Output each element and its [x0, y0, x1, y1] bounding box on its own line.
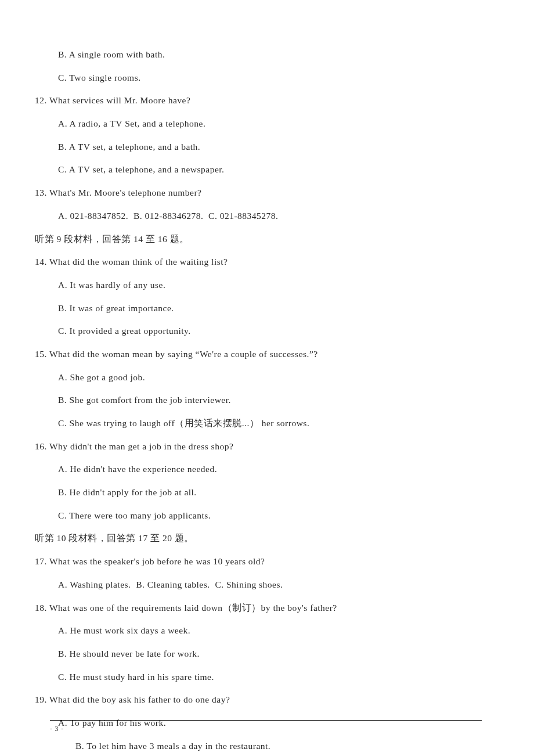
text-line: B. It was of great importance. — [35, 304, 482, 313]
text-line: B. A TV set, a telephone, and a bath. — [35, 142, 482, 152]
page: B. A single room with bath.C. Two single… — [0, 0, 534, 756]
text-line: C. It provided a great opportunity. — [35, 326, 482, 336]
text-line: A. Washing plates. B. Cleaning tables. C… — [35, 580, 482, 589]
text-line: A. She got a good job. — [35, 373, 482, 382]
page-number: - 3 - — [50, 725, 64, 732]
footer-rule — [50, 720, 482, 721]
content-block: B. A single room with bath.C. Two single… — [35, 50, 482, 756]
text-line: 16. Why didn't the man get a job in the … — [35, 442, 482, 451]
text-line: A. A radio, a TV Set, and a telephone. — [35, 119, 482, 128]
text-line: C. She was trying to laugh off（用笑话来摆脱...… — [35, 419, 482, 428]
text-line: 19. What did the boy ask his father to d… — [35, 695, 482, 704]
text-line: C. Two single rooms. — [35, 73, 482, 82]
text-line: 14. What did the woman think of the wait… — [35, 257, 482, 267]
text-line: C. There were too many job applicants. — [35, 511, 482, 520]
text-line: 听第 9 段材料，回答第 14 至 16 题。 — [35, 235, 482, 244]
text-line: A. It was hardly of any use. — [35, 280, 482, 290]
text-line: B. He should never be late for work. — [35, 649, 482, 658]
text-line: C. A TV set, a telephone, and a newspape… — [35, 165, 482, 174]
text-line: A. 021-88347852. B. 012-88346278. C. 021… — [35, 211, 482, 221]
text-line: B. A single room with bath. — [35, 50, 482, 59]
text-line: 15. What did the woman mean by saying “W… — [35, 350, 482, 359]
text-line: B. She got comfort from the job intervie… — [35, 395, 482, 405]
text-line: 18. What was one of the requirements lai… — [35, 603, 482, 613]
text-line: 听第 10 段材料，回答第 17 至 20 题。 — [35, 534, 482, 543]
text-line: B. He didn't apply for the job at all. — [35, 488, 482, 497]
text-line: 12. What services will Mr. Moore have? — [35, 96, 482, 105]
text-line: 13. What's Mr. Moore's telephone number? — [35, 188, 482, 197]
text-line: A. He didn't have the experience needed. — [35, 465, 482, 474]
text-line: C. He must study hard in his spare time. — [35, 672, 482, 682]
text-line: B. To let him have 3 meals a day in the … — [35, 741, 482, 751]
text-line: A. He must work six days a week. — [35, 626, 482, 635]
text-line: 17. What was the speaker's job before he… — [35, 557, 482, 566]
